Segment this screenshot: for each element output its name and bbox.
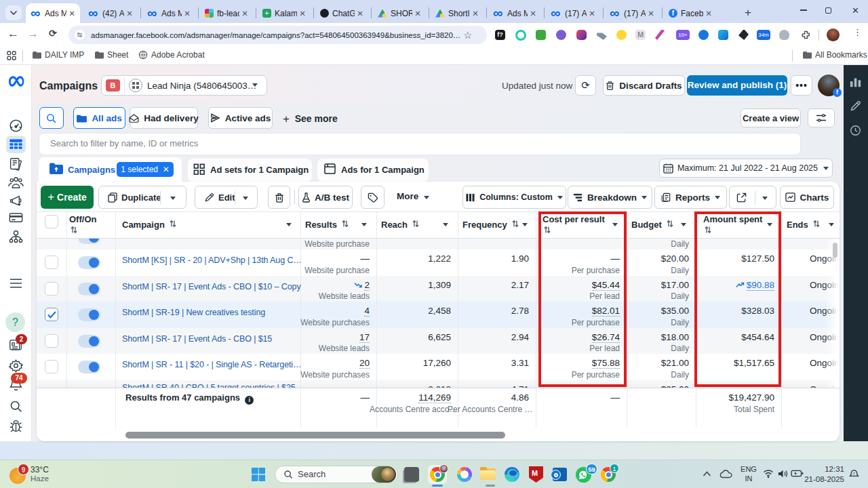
svg-text:z: z: [853, 471, 855, 475]
